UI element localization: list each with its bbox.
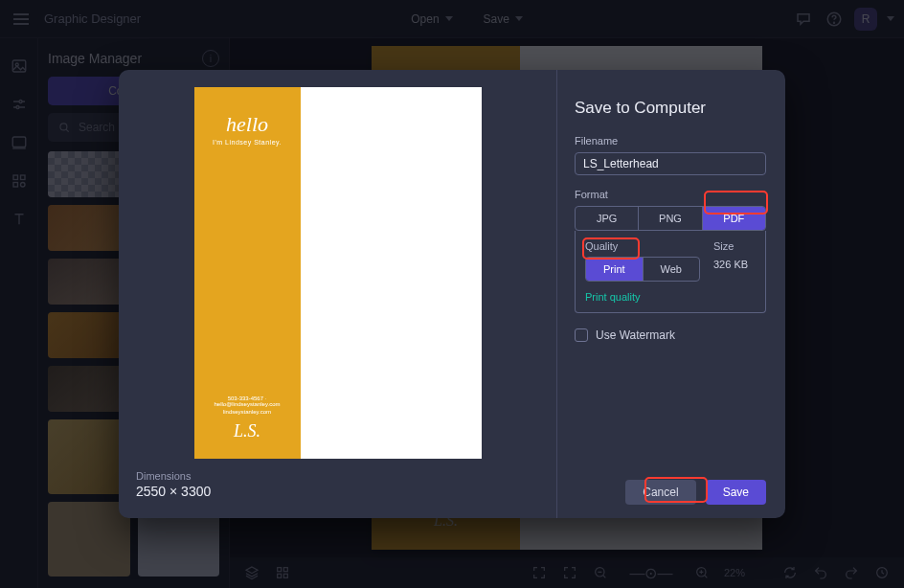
quality-label: Quality <box>585 240 700 252</box>
format-pdf[interactable]: PDF <box>702 207 765 230</box>
preview-hello: hello <box>213 114 282 135</box>
dialog-form-column: Save to Computer Filename Format JPG PNG… <box>557 70 785 518</box>
dimensions-label: Dimensions <box>136 470 539 482</box>
save-button[interactable]: Save <box>706 480 766 505</box>
format-png[interactable]: PNG <box>638 207 701 230</box>
quality-note: Print quality <box>585 291 756 303</box>
dimensions-value: 2550 × 3300 <box>136 484 539 499</box>
size-value: 326 KB <box>713 259 756 270</box>
size-label: Size <box>713 240 756 252</box>
watermark-checkbox[interactable]: Use Watermark <box>575 328 766 342</box>
format-label: Format <box>575 189 766 200</box>
quality-segmented: Print Web <box>585 257 700 282</box>
dialog-preview-column: hello I'm Lindsey Stanley. 503-333-4567 … <box>119 70 557 518</box>
dialog-actions: Cancel Save <box>625 480 766 505</box>
preview-subtitle: I'm Lindsey Stanley. <box>213 139 282 146</box>
format-jpg[interactable]: JPG <box>576 207 638 230</box>
cancel-button[interactable]: Cancel <box>625 480 695 505</box>
format-segmented: JPG PNG PDF <box>575 206 766 231</box>
dialog-preview: hello I'm Lindsey Stanley. 503-333-4567 … <box>194 87 482 459</box>
format-subbox: Quality Print Web Size 326 KB Print qual… <box>575 231 766 313</box>
save-dialog: hello I'm Lindsey Stanley. 503-333-4567 … <box>119 70 785 518</box>
quality-web[interactable]: Web <box>643 258 700 281</box>
checkbox-icon <box>575 328 588 342</box>
dialog-title: Save to Computer <box>575 99 766 118</box>
filename-input[interactable] <box>575 152 766 175</box>
filename-label: Filename <box>575 135 766 147</box>
quality-print[interactable]: Print <box>586 258 643 281</box>
